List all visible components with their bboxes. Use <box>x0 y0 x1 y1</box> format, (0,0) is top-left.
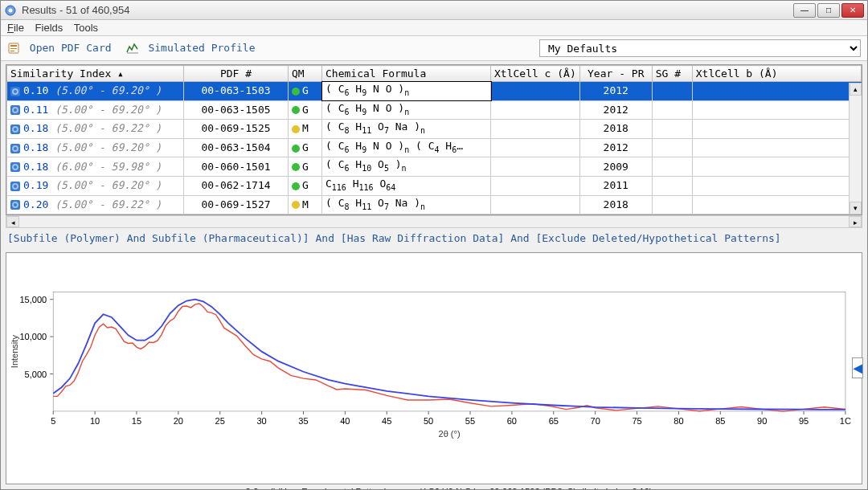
table-row[interactable]: 0.11 (5.00° - 69.20° )00-063-1505G( C6 H… <box>7 100 862 120</box>
svg-text:10,000: 10,000 <box>19 332 47 341</box>
table-horizontal-scrollbar[interactable]: ◂ ▸ <box>6 215 862 228</box>
svg-text:50: 50 <box>424 416 433 426</box>
toolbar: Open PDF Card Simulated Profile My Defau… <box>1 36 867 61</box>
table-row[interactable]: 0.19 (5.00° - 69.20° )00-062-1714GC116 H… <box>7 176 862 195</box>
svg-point-1 <box>9 8 13 12</box>
svg-text:40: 40 <box>340 416 350 426</box>
simulated-profile-link[interactable]: Simulated Profile <box>126 42 256 55</box>
open-pdf-card-link[interactable]: Open PDF Card <box>7 42 112 55</box>
svg-text:35: 35 <box>298 416 308 426</box>
svg-rect-5 <box>10 51 14 51</box>
svg-rect-7 <box>53 292 845 411</box>
chart-legend: 2-2.mdi (User Experimental Pattern) *( C… <box>6 484 862 490</box>
svg-text:1C: 1C <box>840 416 851 426</box>
svg-text:10: 10 <box>90 416 100 426</box>
table-row[interactable]: 0.10 (5.00° - 69.20° )00-063-1503G( C6 H… <box>7 82 862 101</box>
table-row[interactable]: 0.18 (5.00° - 69.22° )00-069-1525M( C8 H… <box>7 120 862 139</box>
filter-criteria-text: [Subfile (Polymer) And Subfile (Pharmace… <box>7 231 861 246</box>
entry-icon <box>10 200 20 210</box>
window-minimize-button[interactable]: — <box>793 3 816 18</box>
svg-text:55: 55 <box>465 416 475 426</box>
column-header-similarity[interactable]: Similarity Index ▴ <box>7 66 184 82</box>
scroll-down-icon[interactable]: ▾ <box>850 202 862 214</box>
svg-text:75: 75 <box>632 416 641 426</box>
menu-bar: File Fields Tools <box>1 20 867 36</box>
quality-mark-icon <box>292 201 300 209</box>
table-vertical-scrollbar[interactable]: ▴ ▾ <box>849 83 862 214</box>
column-header-xtlcell-c[interactable]: XtlCell c (Å) <box>491 66 580 82</box>
svg-text:Intensity: Intensity <box>10 334 19 368</box>
column-header-qm[interactable]: QM <box>289 66 322 82</box>
entry-icon <box>10 162 20 172</box>
results-table: Similarity Index ▴ PDF # QM Chemical For… <box>6 65 862 215</box>
svg-text:15,000: 15,000 <box>19 294 47 304</box>
chart-collapse-toggle[interactable]: ◀ <box>852 357 863 378</box>
column-header-year[interactable]: Year - PR <box>579 66 652 82</box>
table-row[interactable]: 0.18 (5.00° - 69.20° )00-063-1504G( C6 H… <box>7 138 862 157</box>
entry-icon <box>10 87 20 96</box>
window-maximize-button[interactable]: □ <box>817 3 840 18</box>
quality-mark-icon <box>292 163 300 171</box>
window-title-bar: Results - 51 of 460,954 — □ ✕ <box>1 1 867 20</box>
pdf-card-icon <box>7 42 20 55</box>
svg-text:70: 70 <box>591 416 600 426</box>
scroll-right-icon[interactable]: ▸ <box>849 216 862 227</box>
entry-icon <box>10 105 20 115</box>
table-row[interactable]: 0.18 (6.00° - 59.98° )00-060-1501G( C6 H… <box>7 157 862 177</box>
menu-fields[interactable]: Fields <box>35 22 63 34</box>
svg-text:5: 5 <box>51 416 55 426</box>
quality-mark-icon <box>292 145 300 153</box>
legend-label-reference: *( C6 H9 N O )n - 00-063-1503 (PD3, Simi… <box>420 487 653 490</box>
svg-rect-3 <box>10 45 17 47</box>
quality-mark-icon <box>292 106 300 114</box>
svg-text:20: 20 <box>174 416 183 426</box>
svg-text:80: 80 <box>674 416 683 426</box>
diffraction-chart: 51015202530354045505560657075808590951C5… <box>6 253 862 484</box>
svg-text:90: 90 <box>757 416 767 426</box>
results-table-container: Similarity Index ▴ PDF # QM Chemical For… <box>6 64 862 215</box>
svg-text:25: 25 <box>215 416 225 426</box>
column-header-pdf[interactable]: PDF # <box>184 66 289 82</box>
legend-label-experimental: 2-2.mdi (User Experimental Pattern) <box>246 487 387 490</box>
svg-text:95: 95 <box>799 416 809 426</box>
entry-icon <box>10 125 20 134</box>
scroll-up-icon[interactable]: ▴ <box>850 83 862 96</box>
diffraction-chart-panel: 51015202530354045505560657075808590951C5… <box>6 252 862 484</box>
quality-mark-icon <box>292 125 300 133</box>
window-title: Results - 51 of 460,954 <box>22 4 792 16</box>
entry-icon <box>10 182 20 191</box>
svg-rect-4 <box>10 48 17 49</box>
display-preset-select[interactable]: My Defaults <box>539 39 861 57</box>
svg-text:45: 45 <box>382 416 391 426</box>
entry-icon <box>10 144 20 153</box>
chart-profile-icon <box>126 42 139 55</box>
scroll-left-icon[interactable]: ◂ <box>6 216 19 227</box>
svg-text:15: 15 <box>132 416 141 426</box>
column-header-formula[interactable]: Chemical Formula <box>322 66 491 82</box>
quality-mark-icon <box>292 88 300 96</box>
app-icon <box>4 4 17 17</box>
svg-text:85: 85 <box>715 416 725 426</box>
svg-text:60: 60 <box>507 416 517 426</box>
column-header-xtlcell-b[interactable]: XtlCell b (Å) <box>692 66 861 82</box>
column-header-sg[interactable]: SG # <box>652 66 692 82</box>
svg-text:65: 65 <box>549 416 559 426</box>
menu-file[interactable]: File <box>7 22 24 34</box>
quality-mark-icon <box>292 182 300 190</box>
svg-text:30: 30 <box>256 416 266 426</box>
table-row[interactable]: 0.20 (5.00° - 69.22° )00-069-1527M( C8 H… <box>7 195 862 214</box>
svg-text:2θ (°): 2θ (°) <box>439 429 461 439</box>
menu-tools[interactable]: Tools <box>74 22 98 34</box>
window-close-button[interactable]: ✕ <box>841 3 864 18</box>
svg-text:5,000: 5,000 <box>25 369 47 378</box>
